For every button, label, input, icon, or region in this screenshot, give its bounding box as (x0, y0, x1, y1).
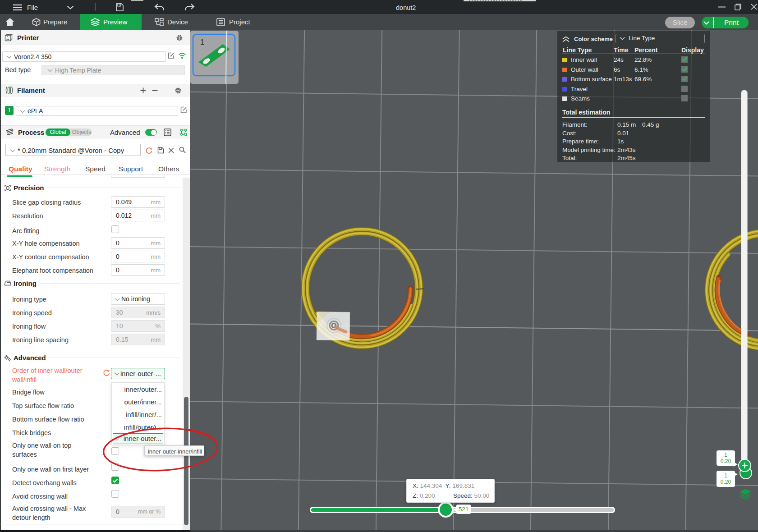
svg-text:1: 1 (200, 38, 204, 46)
